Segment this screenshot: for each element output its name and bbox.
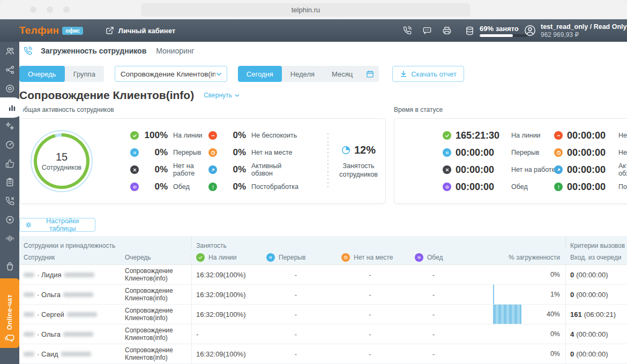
redacted-id <box>24 272 34 277</box>
bar-chart-icon <box>8 103 17 112</box>
window-control-close[interactable] <box>30 6 36 13</box>
phone-call-icon[interactable] <box>403 26 412 35</box>
col-incoming[interactable]: Вход. из очереди <box>565 254 627 261</box>
cell-employee[interactable]: · Сергей <box>19 305 125 324</box>
app-window: telphin.ru Телфин офис Личный кабинет 69… <box>0 0 627 364</box>
window-control-maximize[interactable] <box>63 6 70 13</box>
load-bar <box>493 305 521 324</box>
sidebar-item-employees[interactable] <box>0 42 19 60</box>
cell-employee[interactable]: · Лидия <box>19 265 125 284</box>
stat-offwork: 0%Нет на работе <box>130 161 204 178</box>
sidebar-item-records[interactable] <box>0 210 19 229</box>
minus-circle-icon <box>208 131 217 140</box>
download-icon <box>400 70 407 78</box>
sidebar-item-reports[interactable] <box>0 173 19 192</box>
sidebar-item-voice[interactable] <box>0 229 19 248</box>
table-row[interactable]: · Саид Сопровождение Клиентов(info) 16:3… <box>19 344 627 364</box>
time-outbound: 00:00:00Активный обзвон <box>554 161 627 178</box>
table-row[interactable]: · Ольга Сопровождение Клиентов(info) - -… <box>19 324 627 344</box>
activity-section-title: Общая активность сотрудников <box>19 106 386 115</box>
busy-value: 12% <box>354 144 376 156</box>
record-icon <box>5 215 14 224</box>
brand-logo[interactable]: Телфин <box>19 25 59 36</box>
cell-queue: Сопровождение Клиентов(info) <box>125 265 191 284</box>
table-row[interactable]: · Лидия Сопровождение Клиентов(info) 16:… <box>19 265 627 285</box>
bag-icon <box>5 262 14 271</box>
toggle-group[interactable]: Группа <box>65 66 104 82</box>
collapse-link[interactable]: Свернуть <box>204 92 240 99</box>
clock-circle-icon <box>208 148 217 157</box>
cabinet-link[interactable]: Личный кабинет <box>106 26 175 35</box>
toggle-queue[interactable]: Очередь <box>19 66 65 82</box>
sidebar-item-dialer[interactable] <box>0 135 19 154</box>
check-circle-icon <box>130 131 139 140</box>
sidebar-item-missed-calls[interactable] <box>0 192 19 210</box>
database-icon <box>465 26 474 35</box>
sidebar-item-shop[interactable] <box>0 257 19 276</box>
online-chat-tab[interactable]: Online-чат <box>0 278 19 348</box>
col-employee[interactable]: Сотрудник <box>19 254 125 261</box>
sidebar-item-skills[interactable] <box>0 117 19 135</box>
time-away: 00:00:00Нет на месте <box>554 144 627 161</box>
cell-incoming: 0(00:00:00) <box>565 285 627 304</box>
col-online[interactable]: На линии <box>191 253 266 262</box>
busy-widget: 12% Занятость сотрудников <box>337 144 380 179</box>
col-away[interactable]: Нет на месте <box>341 253 415 262</box>
col-break[interactable]: Перерыв <box>266 253 341 262</box>
toggle-month[interactable]: Месяц <box>323 66 361 82</box>
cell-employee[interactable]: · Ольга <box>19 324 125 344</box>
queue-select[interactable]: Сопровождение Клиентов(in... <box>115 66 227 82</box>
cell-incoming: 0(00:00:00) <box>565 265 627 284</box>
table-row[interactable]: · Ольга Сопровождение Клиентов(info) 16:… <box>19 285 627 305</box>
stat-break: 0%Перерыв <box>130 144 204 161</box>
table-row[interactable]: · Сергей Сопровождение Клиентов(info) 16… <box>19 305 627 324</box>
lunch-circle-icon <box>415 253 423 262</box>
table-group-header: Сотрудники и принадлежность Занятость Кр… <box>19 236 627 251</box>
waveform-icon <box>5 234 14 243</box>
col-lunch[interactable]: Обед <box>415 253 468 262</box>
sidebar-item-targets[interactable] <box>0 79 19 98</box>
chevron-down-icon <box>215 71 222 78</box>
check-circle-icon <box>196 253 205 262</box>
status-time-section-title: Время в статусе <box>394 106 627 115</box>
tab-monitoring[interactable]: Мониоринг <box>156 47 194 55</box>
toggle-today[interactable]: Сегодня <box>238 66 282 82</box>
col-load[interactable]: % загруженности <box>468 254 565 261</box>
capacity-progress <box>480 34 528 37</box>
chat-icon[interactable] <box>423 26 431 35</box>
group-employees: Сотрудники и принадлежность <box>19 242 191 249</box>
cell-employee[interactable]: · Саид <box>19 344 125 363</box>
table-body: · Лидия Сопровождение Клиентов(info) 16:… <box>19 265 627 364</box>
type-toggle: Очередь Группа <box>19 66 104 82</box>
busy-label: Занятость сотрудников <box>337 162 380 179</box>
address-bar[interactable]: telphin.ru <box>141 3 471 17</box>
stat-outbound: 0%Активный обзвон <box>208 161 314 178</box>
calendar-button[interactable] <box>361 66 379 82</box>
browser-chrome: telphin.ru <box>0 0 627 19</box>
sidebar-item-quality[interactable] <box>0 154 19 173</box>
load-bar <box>493 285 494 304</box>
x-circle-icon <box>130 165 139 174</box>
pause-circle-icon <box>266 253 275 262</box>
queue-select-value: Сопровождение Клиентов(in... <box>121 70 215 78</box>
dotted-divider <box>327 133 329 189</box>
tab-employee-load[interactable]: Загруженность сотрудников <box>41 47 146 55</box>
cell-lunch: - <box>415 344 468 363</box>
table-settings-button[interactable]: Настройки таблицы <box>19 218 95 232</box>
window-controls[interactable] <box>30 6 70 13</box>
window-control-minimize[interactable] <box>47 6 53 13</box>
cell-lunch: - <box>415 285 468 304</box>
cell-employee[interactable]: · Ольга <box>19 285 125 304</box>
toggle-week[interactable]: Неделя <box>282 66 323 82</box>
account-name: test_read_only / Read Only <box>541 23 626 31</box>
capacity-widget[interactable]: 69% занято <box>465 25 528 37</box>
sidebar-item-routing[interactable] <box>0 60 19 79</box>
cell-online: 16:32:09(100%) <box>191 285 266 304</box>
redacted-id <box>24 332 34 337</box>
download-report-button[interactable]: Скачать отчет <box>392 66 464 82</box>
sidebar-item-statistics[interactable] <box>0 97 24 118</box>
account-widget[interactable]: test_read_only / Read Only 962 969,93 ₽ <box>524 23 626 39</box>
cell-lunch: - <box>415 265 468 284</box>
col-queue[interactable]: Очередь <box>125 254 191 261</box>
printer-icon[interactable] <box>443 26 451 35</box>
